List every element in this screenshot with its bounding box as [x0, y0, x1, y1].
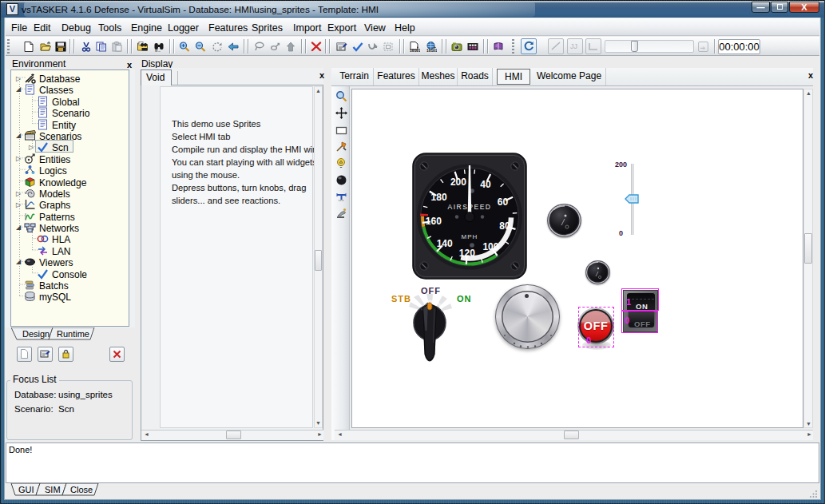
svg-text:80: 80 [499, 220, 510, 232]
svg-text:100: 100 [482, 241, 498, 252]
svg-text:10101: 10101 [426, 49, 437, 52]
svg-text:10101: 10101 [410, 49, 420, 52]
svg-text:200: 200 [450, 177, 466, 188]
svg-text:120: 120 [459, 248, 475, 259]
svg-text:M→: M→ [155, 49, 161, 53]
svg-text:140: 140 [437, 238, 453, 249]
svg-text:60: 60 [498, 196, 509, 208]
svg-text:GUI: GUI [18, 485, 34, 494]
svg-text:Close: Close [70, 485, 93, 494]
svg-text:40: 40 [480, 179, 491, 190]
svg-text:Design: Design [22, 329, 50, 339]
svg-text:Runtime: Runtime [57, 329, 89, 339]
svg-text:160: 160 [426, 216, 442, 227]
svg-text:180: 180 [431, 192, 447, 203]
svg-text:MPH: MPH [462, 233, 478, 240]
svg-text:SIM: SIM [45, 485, 61, 494]
svg-text:JJ: JJ [570, 42, 577, 50]
